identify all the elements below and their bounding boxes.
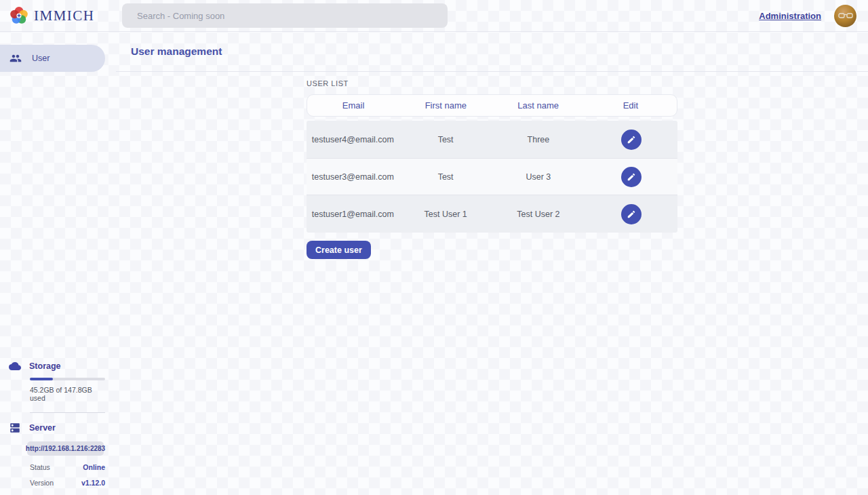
cell-edit [585,130,677,150]
cloud-icon [9,360,21,372]
status-value: Online [83,463,105,471]
user-avatar[interactable] [834,5,856,27]
immich-flower-icon [9,5,29,26]
cell-first-name: Test [399,135,492,144]
edit-user-button[interactable] [621,130,642,150]
topbar-right: Administration [759,5,868,27]
edit-user-button[interactable] [621,167,642,187]
version-label: Version [30,479,54,487]
page-header: User management [116,32,868,72]
column-header: First name [399,100,492,111]
main-content: User management USER LIST EmailFirst nam… [105,32,868,495]
server-icon [9,422,21,434]
sidebar-item-label: User [32,54,50,63]
server-url-badge: http://192.168.1.216:2283 [27,441,104,456]
pencil-icon [627,172,636,182]
sidebar-item-user[interactable]: User [0,45,105,72]
cell-last-name: Three [492,135,585,144]
user-table-header: EmailFirst nameLast nameEdit [307,94,677,117]
version-value: v1.12.0 [81,479,105,487]
storage-heading: Storage [0,360,105,372]
sidebar: User Storage 45.2GB of 147.8GB used Serv… [0,32,105,495]
top-bar: IMMICH Administration [0,0,868,32]
cell-last-name: Test User 2 [492,210,585,219]
glasses-icon [838,12,853,19]
logo-text: IMMICH [34,7,95,24]
edit-user-button[interactable] [621,204,642,224]
search-input[interactable] [122,3,448,28]
cell-first-name: Test User 1 [399,210,492,219]
cell-email: testuser1@email.com [307,210,399,219]
table-row: testuser1@email.comTest User 1Test User … [307,195,677,233]
pencil-icon [627,135,636,144]
user-list-section: USER LIST EmailFirst nameLast nameEdit t… [307,79,677,259]
administration-link[interactable]: Administration [759,11,821,21]
column-header: Edit [585,100,677,111]
server-heading: Server [0,422,105,434]
page-title: User management [131,45,222,58]
sidebar-footer: Storage 45.2GB of 147.8GB used Server ht… [0,360,105,487]
storage-progress-fill [30,378,53,380]
server-title: Server [29,423,56,433]
server-version-row: Version v1.12.0 [30,479,105,487]
status-label: Status [30,463,50,471]
cell-edit [585,204,677,224]
users-icon [9,52,22,64]
section-label: USER LIST [307,79,677,87]
server-status-row: Status Online [30,463,105,471]
column-header: Email [307,100,399,111]
table-row: testuser3@email.comTestUser 3 [307,158,677,195]
column-header: Last name [492,100,585,111]
create-user-button[interactable]: Create user [307,241,371,259]
pencil-icon [627,210,636,219]
table-row: testuser4@email.comTestThree [307,121,677,158]
user-table-body: testuser4@email.comTestThreetestuser3@em… [307,121,677,233]
storage-title: Storage [29,361,61,371]
storage-progress-bar [30,378,105,380]
cell-email: testuser4@email.com [307,135,399,144]
footer-divider [30,412,105,413]
cell-last-name: User 3 [492,172,585,182]
cell-email: testuser3@email.com [307,172,399,182]
cell-first-name: Test [399,172,492,182]
app-logo[interactable]: IMMICH [0,5,95,26]
cell-edit [585,167,677,187]
storage-usage-text: 45.2GB of 147.8GB used [30,386,105,402]
